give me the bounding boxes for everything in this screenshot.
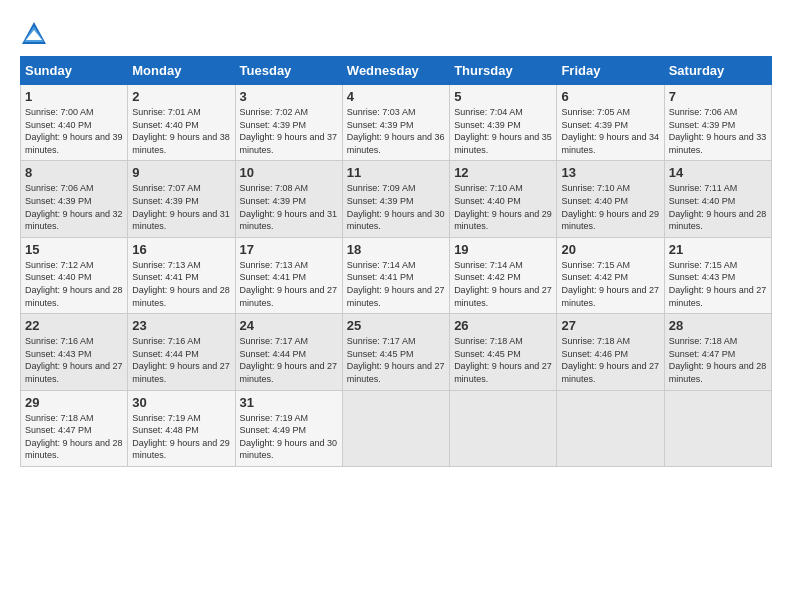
calendar-cell: 10 Sunrise: 7:08 AM Sunset: 4:39 PM Dayl…: [235, 161, 342, 237]
day-info: Sunrise: 7:07 AM Sunset: 4:39 PM Dayligh…: [132, 182, 230, 232]
weekday-header: Thursday: [450, 57, 557, 85]
day-info: Sunrise: 7:02 AM Sunset: 4:39 PM Dayligh…: [240, 106, 338, 156]
calendar-cell: 6 Sunrise: 7:05 AM Sunset: 4:39 PM Dayli…: [557, 85, 664, 161]
day-number: 21: [669, 242, 767, 257]
calendar-week-row: 15 Sunrise: 7:12 AM Sunset: 4:40 PM Dayl…: [21, 237, 772, 313]
day-number: 17: [240, 242, 338, 257]
calendar-cell: [342, 390, 449, 466]
calendar-cell: 25 Sunrise: 7:17 AM Sunset: 4:45 PM Dayl…: [342, 314, 449, 390]
day-number: 2: [132, 89, 230, 104]
day-info: Sunrise: 7:14 AM Sunset: 4:41 PM Dayligh…: [347, 259, 445, 309]
calendar-cell: 7 Sunrise: 7:06 AM Sunset: 4:39 PM Dayli…: [664, 85, 771, 161]
calendar-cell: 8 Sunrise: 7:06 AM Sunset: 4:39 PM Dayli…: [21, 161, 128, 237]
calendar-cell: 5 Sunrise: 7:04 AM Sunset: 4:39 PM Dayli…: [450, 85, 557, 161]
day-number: 26: [454, 318, 552, 333]
calendar-cell: 29 Sunrise: 7:18 AM Sunset: 4:47 PM Dayl…: [21, 390, 128, 466]
weekday-header: Tuesday: [235, 57, 342, 85]
logo-icon: [20, 20, 48, 48]
weekday-header: Friday: [557, 57, 664, 85]
calendar-week-row: 8 Sunrise: 7:06 AM Sunset: 4:39 PM Dayli…: [21, 161, 772, 237]
day-info: Sunrise: 7:17 AM Sunset: 4:45 PM Dayligh…: [347, 335, 445, 385]
day-info: Sunrise: 7:01 AM Sunset: 4:40 PM Dayligh…: [132, 106, 230, 156]
day-info: Sunrise: 7:03 AM Sunset: 4:39 PM Dayligh…: [347, 106, 445, 156]
day-number: 27: [561, 318, 659, 333]
weekday-header: Monday: [128, 57, 235, 85]
calendar-cell: 14 Sunrise: 7:11 AM Sunset: 4:40 PM Dayl…: [664, 161, 771, 237]
calendar-cell: 11 Sunrise: 7:09 AM Sunset: 4:39 PM Dayl…: [342, 161, 449, 237]
logo: [20, 20, 52, 48]
calendar-cell: 4 Sunrise: 7:03 AM Sunset: 4:39 PM Dayli…: [342, 85, 449, 161]
calendar-week-row: 1 Sunrise: 7:00 AM Sunset: 4:40 PM Dayli…: [21, 85, 772, 161]
calendar-cell: 27 Sunrise: 7:18 AM Sunset: 4:46 PM Dayl…: [557, 314, 664, 390]
day-number: 12: [454, 165, 552, 180]
calendar-cell: 20 Sunrise: 7:15 AM Sunset: 4:42 PM Dayl…: [557, 237, 664, 313]
day-number: 22: [25, 318, 123, 333]
calendar-cell: 17 Sunrise: 7:13 AM Sunset: 4:41 PM Dayl…: [235, 237, 342, 313]
day-info: Sunrise: 7:00 AM Sunset: 4:40 PM Dayligh…: [25, 106, 123, 156]
calendar-cell: 13 Sunrise: 7:10 AM Sunset: 4:40 PM Dayl…: [557, 161, 664, 237]
day-number: 5: [454, 89, 552, 104]
day-number: 14: [669, 165, 767, 180]
day-info: Sunrise: 7:18 AM Sunset: 4:47 PM Dayligh…: [669, 335, 767, 385]
weekday-header: Wednesday: [342, 57, 449, 85]
day-number: 9: [132, 165, 230, 180]
calendar-week-row: 29 Sunrise: 7:18 AM Sunset: 4:47 PM Dayl…: [21, 390, 772, 466]
day-info: Sunrise: 7:08 AM Sunset: 4:39 PM Dayligh…: [240, 182, 338, 232]
day-info: Sunrise: 7:18 AM Sunset: 4:47 PM Dayligh…: [25, 412, 123, 462]
day-number: 16: [132, 242, 230, 257]
calendar-cell: 22 Sunrise: 7:16 AM Sunset: 4:43 PM Dayl…: [21, 314, 128, 390]
calendar-cell: 24 Sunrise: 7:17 AM Sunset: 4:44 PM Dayl…: [235, 314, 342, 390]
calendar-cell: 18 Sunrise: 7:14 AM Sunset: 4:41 PM Dayl…: [342, 237, 449, 313]
day-number: 1: [25, 89, 123, 104]
day-info: Sunrise: 7:18 AM Sunset: 4:46 PM Dayligh…: [561, 335, 659, 385]
calendar-week-row: 22 Sunrise: 7:16 AM Sunset: 4:43 PM Dayl…: [21, 314, 772, 390]
day-info: Sunrise: 7:05 AM Sunset: 4:39 PM Dayligh…: [561, 106, 659, 156]
day-number: 19: [454, 242, 552, 257]
day-number: 3: [240, 89, 338, 104]
calendar-cell: 2 Sunrise: 7:01 AM Sunset: 4:40 PM Dayli…: [128, 85, 235, 161]
day-number: 7: [669, 89, 767, 104]
calendar: SundayMondayTuesdayWednesdayThursdayFrid…: [20, 56, 772, 467]
day-info: Sunrise: 7:13 AM Sunset: 4:41 PM Dayligh…: [240, 259, 338, 309]
calendar-cell: 23 Sunrise: 7:16 AM Sunset: 4:44 PM Dayl…: [128, 314, 235, 390]
calendar-cell: [664, 390, 771, 466]
day-number: 20: [561, 242, 659, 257]
calendar-cell: [450, 390, 557, 466]
day-info: Sunrise: 7:16 AM Sunset: 4:44 PM Dayligh…: [132, 335, 230, 385]
calendar-cell: 21 Sunrise: 7:15 AM Sunset: 4:43 PM Dayl…: [664, 237, 771, 313]
day-info: Sunrise: 7:04 AM Sunset: 4:39 PM Dayligh…: [454, 106, 552, 156]
day-info: Sunrise: 7:14 AM Sunset: 4:42 PM Dayligh…: [454, 259, 552, 309]
header: [20, 20, 772, 48]
weekday-header: Sunday: [21, 57, 128, 85]
day-info: Sunrise: 7:12 AM Sunset: 4:40 PM Dayligh…: [25, 259, 123, 309]
day-info: Sunrise: 7:19 AM Sunset: 4:49 PM Dayligh…: [240, 412, 338, 462]
day-number: 15: [25, 242, 123, 257]
day-info: Sunrise: 7:16 AM Sunset: 4:43 PM Dayligh…: [25, 335, 123, 385]
day-number: 6: [561, 89, 659, 104]
calendar-header-row: SundayMondayTuesdayWednesdayThursdayFrid…: [21, 57, 772, 85]
day-info: Sunrise: 7:18 AM Sunset: 4:45 PM Dayligh…: [454, 335, 552, 385]
day-info: Sunrise: 7:10 AM Sunset: 4:40 PM Dayligh…: [561, 182, 659, 232]
day-info: Sunrise: 7:15 AM Sunset: 4:42 PM Dayligh…: [561, 259, 659, 309]
day-info: Sunrise: 7:06 AM Sunset: 4:39 PM Dayligh…: [669, 106, 767, 156]
day-number: 11: [347, 165, 445, 180]
day-number: 8: [25, 165, 123, 180]
day-info: Sunrise: 7:09 AM Sunset: 4:39 PM Dayligh…: [347, 182, 445, 232]
day-info: Sunrise: 7:06 AM Sunset: 4:39 PM Dayligh…: [25, 182, 123, 232]
day-info: Sunrise: 7:10 AM Sunset: 4:40 PM Dayligh…: [454, 182, 552, 232]
calendar-cell: 1 Sunrise: 7:00 AM Sunset: 4:40 PM Dayli…: [21, 85, 128, 161]
day-info: Sunrise: 7:17 AM Sunset: 4:44 PM Dayligh…: [240, 335, 338, 385]
day-number: 24: [240, 318, 338, 333]
calendar-cell: 9 Sunrise: 7:07 AM Sunset: 4:39 PM Dayli…: [128, 161, 235, 237]
calendar-cell: [557, 390, 664, 466]
day-info: Sunrise: 7:13 AM Sunset: 4:41 PM Dayligh…: [132, 259, 230, 309]
calendar-cell: 31 Sunrise: 7:19 AM Sunset: 4:49 PM Dayl…: [235, 390, 342, 466]
day-info: Sunrise: 7:11 AM Sunset: 4:40 PM Dayligh…: [669, 182, 767, 232]
day-number: 10: [240, 165, 338, 180]
day-number: 30: [132, 395, 230, 410]
calendar-cell: 30 Sunrise: 7:19 AM Sunset: 4:48 PM Dayl…: [128, 390, 235, 466]
day-number: 25: [347, 318, 445, 333]
calendar-cell: 12 Sunrise: 7:10 AM Sunset: 4:40 PM Dayl…: [450, 161, 557, 237]
day-number: 31: [240, 395, 338, 410]
day-number: 29: [25, 395, 123, 410]
